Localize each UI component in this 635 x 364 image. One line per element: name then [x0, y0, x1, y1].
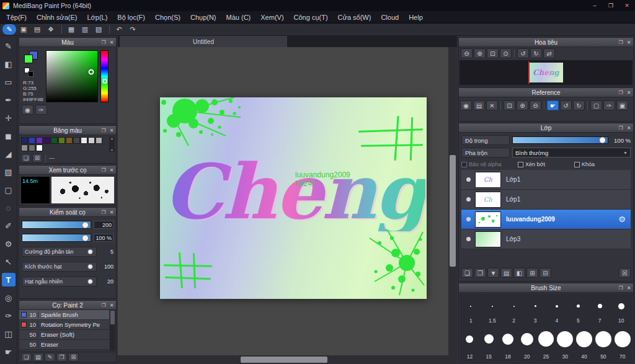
palette-view-button[interactable]: ▤ — [31, 24, 43, 35]
navigator-header[interactable]: Hoa tiêu ❐ ✕ — [459, 38, 633, 47]
ref-grid-button[interactable]: ▣ — [616, 100, 628, 110]
close-icon[interactable]: ✕ — [624, 123, 633, 132]
operation-tool[interactable]: ⚙ — [2, 237, 16, 251]
menu-item-10[interactable]: Cloud — [376, 11, 404, 24]
stylus-tool[interactable]: ✑ — [2, 309, 16, 322]
text-tool[interactable]: T — [2, 273, 16, 286]
particle-size-slider[interactable]: Kích thước hạt — [22, 262, 97, 272]
brush-size-option[interactable]: 1.5 — [482, 295, 504, 324]
brush-size-option[interactable]: 70 — [613, 324, 632, 360]
brush-size-option[interactable]: 25 — [536, 324, 556, 360]
add-brush-button[interactable]: ❏ — [21, 353, 32, 362]
slider-knob[interactable] — [87, 264, 93, 270]
ref-clear-button[interactable]: ✕ — [486, 100, 498, 110]
menu-item-4[interactable]: Chọn(S) — [150, 11, 185, 24]
ref-zoom-out-button[interactable]: ⊖ — [530, 100, 541, 110]
grid-toggle-button[interactable]: ▦ — [65, 24, 78, 35]
canvas-artwork[interactable]: luuvandung2009 hd247 Cheng — [160, 97, 427, 299]
palette-swatch-13[interactable] — [36, 144, 43, 151]
brush-item-0[interactable]: 10Sparkle Brush — [19, 310, 109, 320]
brush-size-option[interactable]: 4 — [546, 295, 568, 324]
lock-checkbox[interactable]: Khóa — [574, 161, 631, 167]
scroll-down-icon[interactable]: ▼ — [110, 148, 113, 152]
pen-mode-button[interactable]: ✎ — [2, 24, 16, 35]
alpha-protect-checkbox[interactable]: Bảo vệ alpha — [461, 161, 518, 167]
brush-opacity-value[interactable]: 100 % — [94, 234, 113, 242]
document-tab[interactable]: Untitled — [120, 36, 287, 47]
delete-layer-button[interactable]: ☒ — [619, 268, 631, 278]
layer-visibility-dot[interactable] — [466, 237, 471, 241]
brush-folder-button[interactable]: ▤ — [33, 353, 43, 362]
brush-size-option[interactable]: 3 — [525, 295, 546, 324]
flatten-button[interactable]: ⊟ — [540, 268, 551, 278]
layer-row-0[interactable]: ChLớp1 — [461, 170, 631, 190]
brush-tool[interactable]: ✎ — [2, 39, 16, 53]
gradient-tool[interactable]: ▧ — [2, 165, 16, 179]
scatter-strength-slider[interactable]: Cường độ phân tán — [22, 247, 97, 257]
select-pen-tool[interactable]: ✐ — [2, 219, 16, 233]
close-icon[interactable]: ✕ — [107, 166, 116, 174]
layer-row-2[interactable]: luuvandung2009⚙ — [461, 210, 631, 229]
palette-swatch-1[interactable] — [29, 137, 35, 144]
palette-swatch-9[interactable] — [88, 137, 95, 144]
layer-visibility-dot[interactable] — [466, 177, 471, 182]
checkbox-box[interactable] — [574, 162, 580, 167]
reference-header[interactable]: Reference ❐ ✕ — [459, 88, 633, 97]
brush-item-1[interactable]: 10Rotation Symmetry Pe — [19, 320, 109, 330]
sv-marker[interactable] — [89, 69, 94, 75]
dot-pen-tool[interactable]: ✒ — [2, 93, 16, 107]
fill-rect-tool[interactable]: ◼ — [2, 129, 16, 143]
palette-swatch-4[interactable] — [51, 137, 58, 144]
ref-fit-button[interactable]: ⊡ — [504, 100, 515, 110]
blend-mode-dropdown[interactable]: Bình thường ▼ — [512, 148, 631, 158]
brush-size-option[interactable]: 10 — [610, 295, 632, 324]
add-group-button[interactable]: ⊞ — [526, 268, 538, 278]
brush-size-option[interactable]: 20 — [517, 324, 536, 360]
popout-icon[interactable]: ❐ — [616, 88, 625, 97]
nav-zoom-out-button[interactable]: ⊖ — [461, 48, 473, 58]
close-button[interactable]: ✕ — [619, 0, 635, 11]
duplicate-brush-button[interactable]: ❐ — [56, 353, 67, 362]
canvas-viewport[interactable]: luuvandung2009 hd247 Cheng — [118, 47, 448, 355]
menu-item-0[interactable]: Tệp(F) — [1, 11, 32, 24]
nav-zoom-in-button[interactable]: ⊕ — [474, 48, 486, 58]
popout-icon[interactable]: ❐ — [616, 123, 625, 132]
menu-item-5[interactable]: Chụp(N) — [185, 11, 221, 24]
zoom-tool[interactable]: ◎ — [2, 291, 16, 304]
brush-size-option[interactable]: 1 — [460, 295, 482, 324]
close-icon[interactable]: ✕ — [624, 88, 633, 97]
popout-icon[interactable]: ❐ — [616, 38, 625, 47]
eyedropper-button[interactable]: ✑ — [35, 105, 47, 115]
move-tool[interactable]: ✛ — [2, 111, 16, 125]
scrollbar-thumb[interactable] — [110, 311, 115, 324]
menu-item-9[interactable]: Cửa sổ(W) — [333, 11, 376, 24]
palette-swatch-7[interactable] — [73, 137, 80, 144]
close-icon[interactable]: ✕ — [107, 301, 116, 309]
primary-color-swatch[interactable] — [24, 55, 33, 63]
brush-item-3[interactable]: 50Eraser — [19, 340, 109, 350]
ref-show-button[interactable]: ◉ — [460, 100, 472, 110]
merge-down-button[interactable]: ▼ — [487, 268, 499, 278]
nav-rotate-right-button[interactable]: ↻ — [530, 48, 542, 58]
brush-size-option[interactable]: 50 — [593, 324, 613, 360]
eraser-tool[interactable]: ◧ — [2, 57, 16, 71]
color-panel-header[interactable]: Màu ❐ ✕ — [19, 38, 116, 47]
snap-grid-button[interactable]: ▧ — [92, 24, 105, 35]
canvas-horizontal-scrollbar[interactable] — [118, 355, 448, 364]
brush-size-option[interactable]: 18 — [499, 324, 518, 360]
palette-swatch-6[interactable] — [66, 137, 73, 144]
navigator-preview-strip[interactable]: Cheng — [460, 60, 633, 85]
layer-settings-icon[interactable]: ⚙ — [618, 215, 626, 224]
menu-item-8[interactable]: Công cụ(T) — [289, 11, 333, 24]
new-folder-button[interactable]: ▤ — [500, 268, 512, 278]
ref-eyedropper-button[interactable]: ✑ — [603, 100, 615, 110]
black-swatch[interactable] — [28, 71, 33, 77]
brush-opacity-slider[interactable] — [22, 234, 91, 242]
hue-strip[interactable] — [100, 50, 109, 102]
brush-control-header[interactable]: Kiểm soát cọ ❐ ✕ — [19, 208, 116, 217]
delete-brush-button[interactable]: ☒ — [68, 353, 79, 362]
bucket-tool[interactable]: ◢ — [2, 147, 16, 161]
new-layer-button[interactable]: ❏ — [461, 268, 473, 278]
popout-icon[interactable]: ❐ — [99, 208, 108, 216]
brush-size-option[interactable]: 12 — [460, 324, 479, 360]
